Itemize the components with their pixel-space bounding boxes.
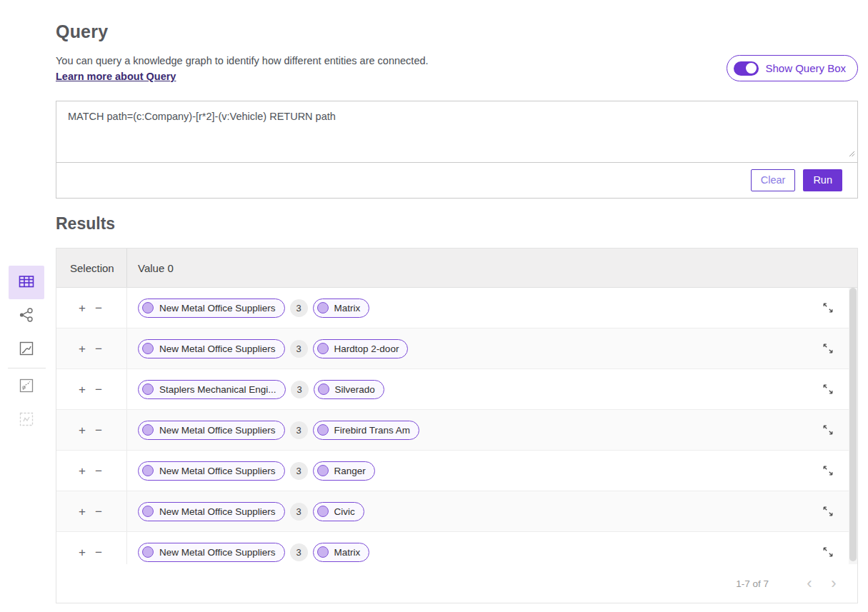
- target-entity-pill[interactable]: Hardtop 2-door: [313, 339, 409, 358]
- add-row-button[interactable]: +: [79, 506, 86, 518]
- run-button[interactable]: Run: [803, 169, 842, 191]
- selection-cell: + −: [56, 491, 127, 531]
- hop-count-badge: 3: [290, 503, 308, 521]
- hop-count-badge: 3: [290, 543, 308, 561]
- source-pill-label: New Metal Office Suppliers: [159, 303, 276, 313]
- hop-count-badge: 3: [291, 381, 309, 398]
- main-content: Query You can query a knowledge graph to…: [56, 0, 859, 612]
- previous-page-icon[interactable]: ‹: [802, 576, 817, 591]
- target-entity-pill[interactable]: Silverado: [314, 380, 384, 399]
- target-entity-pill[interactable]: Firebird Trans Am: [313, 421, 420, 440]
- target-pill-label: Firebird Trans Am: [334, 425, 411, 436]
- column-header-selection: Selection: [56, 249, 127, 287]
- table-row: + − New Metal Office Suppliers 3 Firebir…: [56, 410, 857, 451]
- value-cell: New Metal Office Suppliers 3 Ranger: [127, 451, 857, 491]
- hop-count-badge: 3: [290, 462, 308, 480]
- expand-row-icon[interactable]: [820, 544, 836, 560]
- node-icon: [142, 465, 154, 476]
- results-title: Results: [56, 214, 115, 234]
- table-row: + − New Metal Office Suppliers 3 Ranger: [56, 451, 857, 491]
- add-row-button[interactable]: +: [79, 343, 86, 355]
- sidebar-item-map-view[interactable]: [9, 370, 44, 403]
- table-row: + − New Metal Office Suppliers 3 Hardtop…: [56, 328, 857, 369]
- add-row-button[interactable]: +: [79, 465, 86, 477]
- add-row-button[interactable]: +: [79, 546, 86, 558]
- results-table-header: Selection Value 0: [56, 249, 857, 288]
- selection-cell: + −: [56, 410, 127, 450]
- graph-view-icon: [19, 307, 34, 325]
- remove-row-button[interactable]: −: [95, 424, 102, 436]
- source-entity-pill[interactable]: New Metal Office Suppliers: [138, 543, 285, 562]
- node-icon: [142, 343, 154, 354]
- node-icon: [317, 546, 329, 558]
- node-icon: [142, 302, 154, 313]
- source-entity-pill[interactable]: New Metal Office Suppliers: [138, 299, 285, 318]
- show-query-box-toggle[interactable]: Show Query Box: [727, 55, 858, 81]
- expand-row-icon[interactable]: [820, 300, 836, 316]
- table-row: + − New Metal Office Suppliers 3 Civic: [56, 491, 857, 532]
- expand-row-icon[interactable]: [820, 463, 836, 478]
- node-icon: [142, 546, 154, 558]
- target-pill-label: Ranger: [334, 466, 366, 476]
- source-entity-pill[interactable]: New Metal Office Suppliers: [138, 421, 285, 440]
- vertical-scrollbar[interactable]: [849, 288, 857, 564]
- target-pill-label: Matrix: [334, 547, 361, 558]
- node-icon: [142, 424, 154, 436]
- sidebar-item-graph-view[interactable]: [9, 299, 44, 333]
- hop-count-badge: 3: [290, 340, 308, 358]
- query-panel: MATCH path=(c:Company)-[r*2]-(v:Vehicle)…: [56, 101, 858, 199]
- node-icon: [142, 506, 154, 517]
- sidebar-item-custom-view[interactable]: [9, 403, 44, 437]
- add-row-button[interactable]: +: [79, 302, 86, 314]
- sidebar-item-table-view[interactable]: [9, 266, 44, 299]
- source-entity-pill[interactable]: New Metal Office Suppliers: [138, 339, 285, 358]
- clear-button[interactable]: Clear: [751, 169, 796, 191]
- node-icon: [317, 465, 329, 476]
- node-icon: [317, 343, 329, 354]
- add-row-button[interactable]: +: [79, 424, 86, 436]
- learn-more-link[interactable]: Learn more about Query: [56, 71, 176, 82]
- chart-view-icon: [19, 341, 34, 358]
- add-row-button[interactable]: +: [79, 383, 86, 396]
- results-body: + − New Metal Office Suppliers 3 Matrix …: [56, 288, 857, 564]
- table-row: + − New Metal Office Suppliers 3 Matrix: [56, 288, 857, 328]
- node-icon: [317, 424, 329, 436]
- results-pagination: 1-7 of 7 ‹ ›: [56, 564, 857, 603]
- expand-row-icon[interactable]: [820, 422, 836, 438]
- remove-row-button[interactable]: −: [95, 383, 102, 396]
- scrollbar-thumb[interactable]: [849, 288, 857, 561]
- selection-cell: + −: [56, 369, 127, 409]
- target-entity-pill[interactable]: Matrix: [313, 543, 370, 562]
- target-pill-label: Matrix: [334, 303, 361, 313]
- next-page-icon[interactable]: ›: [826, 576, 842, 591]
- remove-row-button[interactable]: −: [95, 343, 102, 355]
- expand-row-icon[interactable]: [820, 341, 836, 356]
- target-entity-pill[interactable]: Matrix: [313, 299, 370, 318]
- target-entity-pill[interactable]: Civic: [313, 502, 364, 521]
- query-editor-wrap: MATCH path=(c:Company)-[r*2]-(v:Vehicle)…: [56, 101, 857, 163]
- source-entity-pill[interactable]: Staplers Mechanical Engi...: [138, 380, 286, 399]
- expand-row-icon[interactable]: [820, 503, 836, 519]
- query-input[interactable]: MATCH path=(c:Company)-[r*2]-(v:Vehicle)…: [56, 101, 857, 162]
- query-panel-footer: Clear Run: [56, 163, 857, 197]
- expand-row-icon[interactable]: [820, 381, 836, 397]
- remove-row-button[interactable]: −: [95, 506, 102, 518]
- source-pill-label: New Metal Office Suppliers: [159, 547, 276, 558]
- hop-count-badge: 3: [290, 421, 308, 439]
- sidebar-item-chart-view[interactable]: [9, 333, 44, 366]
- table-view-icon: [19, 274, 34, 291]
- value-cell: New Metal Office Suppliers 3 Hardtop 2-d…: [127, 328, 857, 368]
- source-entity-pill[interactable]: New Metal Office Suppliers: [138, 461, 285, 481]
- source-entity-pill[interactable]: New Metal Office Suppliers: [138, 502, 285, 521]
- remove-row-button[interactable]: −: [95, 546, 102, 558]
- custom-view-icon: [19, 412, 34, 428]
- value-cell: New Metal Office Suppliers 3 Civic: [127, 491, 857, 531]
- source-pill-label: New Metal Office Suppliers: [159, 506, 276, 517]
- source-pill-label: New Metal Office Suppliers: [159, 425, 276, 436]
- value-cell: New Metal Office Suppliers 3 Firebird Tr…: [127, 410, 857, 450]
- query-page: Query You can query a knowledge graph to…: [0, 0, 868, 612]
- remove-row-button[interactable]: −: [95, 302, 102, 314]
- target-entity-pill[interactable]: Ranger: [313, 461, 375, 481]
- remove-row-button[interactable]: −: [95, 465, 102, 477]
- value-cell: New Metal Office Suppliers 3 Matrix: [127, 288, 857, 328]
